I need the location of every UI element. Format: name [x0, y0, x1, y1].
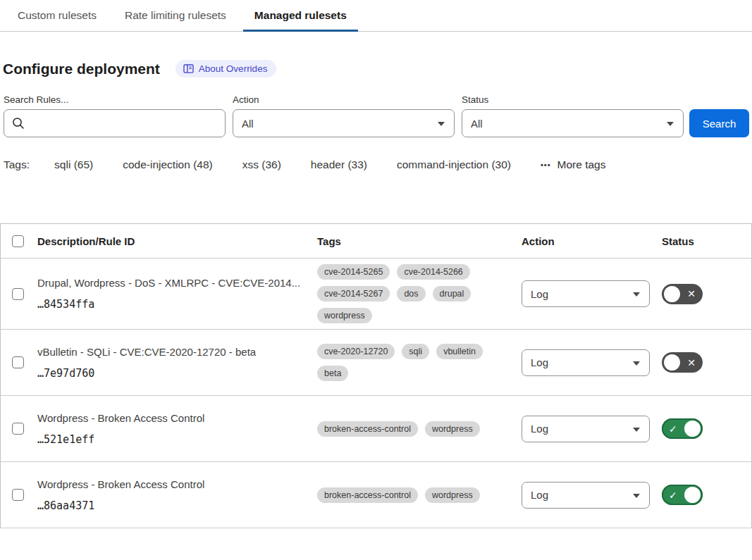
rule-action-select[interactable]: Log	[522, 280, 650, 307]
status-toggle[interactable]: ✓	[662, 418, 703, 439]
rule-action-select[interactable]: Log	[522, 482, 650, 509]
tags-bar: Tags: sqli (65)code-injection (48)xss (3…	[4, 158, 752, 171]
rule-description: vBulletin - SQLi - CVE:CVE-2020-12720 - …	[37, 346, 306, 358]
status-toggle[interactable]: ✕	[662, 352, 703, 373]
tag-pill: cve-2014-5265	[317, 264, 390, 280]
rule-id: …521e1eff	[37, 433, 306, 446]
row-checkbox[interactable]	[12, 423, 24, 435]
tab-rate-limiting-rulesets[interactable]: Rate limiting rulesets	[113, 0, 238, 31]
tag-pill: broken-access-control	[317, 421, 418, 437]
chevron-down-icon	[633, 292, 640, 297]
select-all-checkbox[interactable]	[12, 235, 24, 247]
more-tags-button[interactable]: ••• More tags	[541, 158, 605, 171]
status-filter-field: Status All	[462, 94, 684, 137]
tag-pill: wordpress	[317, 308, 372, 323]
search-rules-input[interactable]	[4, 109, 226, 137]
tag-filter-link[interactable]: command-injection (30)	[397, 158, 511, 171]
rule-tags: cve-2020-12720sqlivbulletinbeta	[312, 338, 516, 387]
row-checkbox[interactable]	[12, 288, 24, 300]
tag-filter-link[interactable]: xss (36)	[242, 158, 281, 171]
chevron-down-icon	[438, 122, 445, 126]
tag-pill: vbulletin	[436, 344, 483, 359]
page-title: Configure deployment	[3, 61, 160, 77]
tag-pill: cve-2020-12720	[317, 344, 395, 359]
table-row: Wordpress - Broken Access Control …521e1…	[1, 396, 751, 462]
tags-bar-label: Tags:	[4, 158, 30, 171]
rule-id: …86aa4371	[37, 499, 306, 512]
search-rules-label: Search Rules...	[4, 94, 226, 105]
status-filter-label: Status	[462, 94, 684, 105]
tag-filter-link[interactable]: code-injection (48)	[123, 158, 213, 171]
tag-pill: broken-access-control	[317, 487, 418, 503]
ellipsis-icon: •••	[541, 161, 551, 169]
action-filter-select[interactable]: All	[233, 109, 455, 137]
filter-bar: Search Rules... Action All Status All Se…	[4, 94, 752, 137]
table-row: vBulletin - SQLi - CVE:CVE-2020-12720 - …	[1, 330, 751, 396]
column-header-description: Description/Rule ID	[32, 230, 312, 253]
search-icon	[12, 117, 25, 130]
chevron-down-icon	[667, 122, 674, 126]
action-filter-value: All	[242, 118, 254, 130]
status-toggle[interactable]: ✕	[662, 284, 703, 304]
column-header-action: Action	[516, 230, 656, 253]
tag-pill: dos	[397, 286, 425, 301]
tag-pill: cve-2014-5267	[317, 286, 390, 301]
tag-pill: wordpress	[425, 487, 480, 503]
chevron-down-icon	[633, 494, 640, 498]
rule-description: Drupal, Wordpress - DoS - XMLRPC - CVE:C…	[37, 277, 306, 289]
action-filter-label: Action	[233, 94, 455, 105]
book-icon	[183, 64, 194, 73]
tag-pill: drupal	[433, 286, 471, 301]
tag-pill: wordpress	[425, 421, 480, 437]
tab-custom-rulesets[interactable]: Custom rulesets	[6, 0, 108, 31]
rule-id: …7e97d760	[37, 367, 306, 380]
table-row: Wordpress - Broken Access Control …86aa4…	[1, 462, 751, 528]
rule-description: Wordpress - Broken Access Control	[37, 412, 306, 424]
action-filter-field: Action All	[233, 94, 455, 137]
rule-description: Wordpress - Broken Access Control	[37, 478, 306, 490]
row-checkbox[interactable]	[12, 356, 24, 368]
rule-action-select[interactable]: Log	[522, 416, 650, 442]
chevron-down-icon	[633, 361, 640, 366]
status-toggle[interactable]: ✓	[662, 485, 703, 505]
chevron-down-icon	[633, 428, 640, 432]
about-overrides-label: About Overrides	[199, 63, 268, 74]
toggle-knob	[684, 487, 701, 503]
status-filter-select[interactable]: All	[462, 109, 684, 137]
column-header-status: Status	[656, 230, 751, 253]
tag-filter-link[interactable]: sqli (65)	[54, 158, 93, 171]
toggle-knob	[664, 354, 680, 371]
tag-filter-link[interactable]: header (33)	[311, 158, 367, 171]
about-overrides-badge[interactable]: About Overrides	[175, 60, 277, 77]
search-field: Search Rules...	[4, 94, 226, 137]
row-checkbox[interactable]	[12, 489, 24, 501]
more-tags-label: More tags	[557, 158, 606, 171]
tag-pill: sqli	[402, 344, 429, 359]
toggle-knob	[664, 286, 680, 302]
tag-pill: beta	[317, 366, 348, 381]
table-header-row: Description/Rule ID Tags Action Status	[1, 224, 751, 259]
rule-action-select[interactable]: Log	[522, 349, 650, 376]
title-row: Configure deployment About Overrides	[3, 60, 752, 77]
column-header-tags: Tags	[312, 230, 516, 253]
rule-tags: cve-2014-5265cve-2014-5266cve-2014-5267d…	[312, 259, 516, 329]
tag-pill: cve-2014-5266	[397, 264, 469, 280]
toggle-knob	[684, 421, 701, 437]
ruleset-tab-bar: Custom rulesetsRate limiting rulesetsMan…	[0, 0, 752, 32]
rule-tags: broken-access-controlwordpress	[312, 416, 516, 442]
rule-id: …84534ffa	[37, 298, 306, 311]
table-row: Drupal, Wordpress - DoS - XMLRPC - CVE:C…	[1, 259, 751, 330]
status-filter-value: All	[471, 118, 483, 130]
tab-managed-rulesets[interactable]: Managed rulesets	[243, 0, 358, 31]
rules-table: Description/Rule ID Tags Action Status D…	[0, 223, 752, 528]
search-button[interactable]: Search	[689, 109, 749, 137]
rule-tags: broken-access-controlwordpress	[312, 482, 516, 509]
